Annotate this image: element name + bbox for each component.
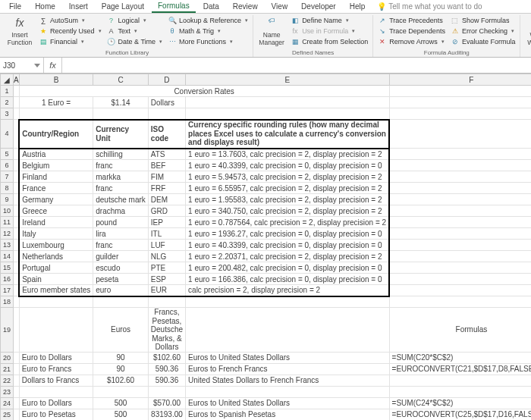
- row-5[interactable]: 5: [1, 149, 14, 160]
- row-9[interactable]: 9: [1, 194, 14, 205]
- row-4[interactable]: 4: [1, 120, 14, 149]
- cell[interactable]: 1 euro = 200.482, calc precision = 0, di…: [186, 262, 390, 274]
- cell[interactable]: Country/Region: [19, 120, 93, 149]
- cell[interactable]: escudo: [93, 262, 149, 274]
- row-19[interactable]: 19: [1, 308, 14, 353]
- cell[interactable]: FIM: [148, 171, 185, 183]
- select-all[interactable]: ◢: [1, 74, 14, 86]
- watch-window-button[interactable]: ▢Watch Window: [523, 15, 531, 49]
- row-12[interactable]: 12: [1, 228, 14, 240]
- cell[interactable]: markka: [93, 171, 149, 183]
- tab-insert[interactable]: Insert: [63, 1, 94, 12]
- trace-precedents-button[interactable]: ↗Trace Precedents: [375, 15, 448, 26]
- row-10[interactable]: 10: [1, 205, 14, 217]
- col-D[interactable]: D: [148, 74, 185, 86]
- cell[interactable]: Currency specific rounding rules (how ma…: [186, 120, 390, 149]
- cell[interactable]: guilder: [93, 251, 149, 262]
- cell[interactable]: Francs, Pesetas, Deutsche Marks, & Dolla…: [148, 308, 185, 353]
- row-18[interactable]: 18: [1, 296, 14, 308]
- show-formulas-button[interactable]: ⬚Show Formulas: [448, 15, 518, 26]
- cell[interactable]: $1.14: [93, 97, 149, 108]
- name-manager-button[interactable]: 🏷Name Manager: [256, 15, 287, 49]
- cell[interactable]: Portugal: [19, 262, 93, 274]
- recently-used-button[interactable]: ★Recently Used: [36, 26, 104, 36]
- cell[interactable]: Currency Unit: [93, 120, 149, 149]
- cell[interactable]: France: [19, 183, 93, 194]
- cell[interactable]: franc: [93, 240, 149, 251]
- cell[interactable]: ISO code: [148, 120, 185, 149]
- cell[interactable]: PTE: [148, 262, 185, 274]
- row-11[interactable]: 11: [1, 217, 14, 228]
- cell[interactable]: Netherlands: [19, 251, 93, 262]
- row-14[interactable]: 14: [1, 251, 14, 262]
- cell[interactable]: ITL: [148, 228, 185, 240]
- remove-arrows-button[interactable]: ✕Remove Arrows: [375, 36, 448, 47]
- name-box[interactable]: J30: [0, 58, 44, 73]
- cell[interactable]: Ireland: [19, 217, 93, 228]
- trace-dependents-button[interactable]: ↘Trace Dependents: [375, 26, 448, 36]
- tab-home[interactable]: Home: [29, 1, 61, 12]
- worksheet-grid[interactable]: ◢ABCDEFG 1Conversion Rates 21 Euro =$1.1…: [0, 74, 531, 420]
- row-13[interactable]: 13: [1, 240, 14, 251]
- cell[interactable]: schilling: [93, 149, 149, 160]
- cell[interactable]: Euros: [93, 308, 149, 353]
- cell[interactable]: NLG: [148, 251, 185, 262]
- cell[interactable]: 1 euro = 0.787564, calc precision = 2, d…: [186, 217, 390, 228]
- col-F[interactable]: F: [389, 74, 531, 86]
- cell[interactable]: Dollars: [148, 97, 185, 108]
- mathtrig-button[interactable]: θMath & Trig: [165, 26, 250, 36]
- cell[interactable]: BEF: [148, 160, 185, 171]
- cell[interactable]: Conversion Rates: [19, 86, 389, 97]
- lookup-button[interactable]: 🔍Lookup & Reference: [165, 15, 250, 26]
- create-from-selection-button[interactable]: ▦Create from Selection: [288, 36, 370, 47]
- cell[interactable]: 1 Euro =: [19, 97, 93, 108]
- row-3[interactable]: 3: [1, 108, 14, 120]
- cell[interactable]: 1 euro = 5.94573, calc precision = 2, di…: [186, 171, 390, 183]
- cell[interactable]: 1 euro = 40.3399, calc precision = 0, di…: [186, 240, 390, 251]
- cell[interactable]: Germany: [19, 194, 93, 205]
- row-8[interactable]: 8: [1, 183, 14, 194]
- datetime-button[interactable]: 🕒Date & Time: [105, 36, 165, 47]
- autosum-button[interactable]: ∑AutoSum: [36, 15, 104, 26]
- cell[interactable]: peseta: [93, 274, 149, 285]
- evaluate-formula-button[interactable]: ⊘Evaluate Formula: [448, 36, 518, 47]
- cell[interactable]: 1 euro = 2.20371, calc precision = 2, di…: [186, 251, 390, 262]
- cell[interactable]: 1 euro = 166.386, calc precision = 0, di…: [186, 274, 390, 285]
- define-name-button[interactable]: ◧Define Name: [288, 15, 370, 26]
- cell[interactable]: ESP: [148, 274, 185, 285]
- cell[interactable]: euro: [93, 285, 149, 296]
- cell[interactable]: Austria: [19, 149, 93, 160]
- cell[interactable]: Italy: [19, 228, 93, 240]
- row-17[interactable]: 17: [1, 285, 14, 296]
- cell[interactable]: calc precision = 2, display precision = …: [186, 285, 390, 296]
- cell[interactable]: Finland: [19, 171, 93, 183]
- row-7[interactable]: 7: [1, 171, 14, 183]
- cell[interactable]: Spain: [19, 274, 93, 285]
- error-checking-button[interactable]: ⚠Error Checking: [448, 26, 518, 36]
- cell[interactable]: ATS: [148, 149, 185, 160]
- cell[interactable]: 1 euro = 1.95583, calc precision = 2, di…: [186, 194, 390, 205]
- col-C[interactable]: C: [93, 74, 149, 86]
- tab-formulas[interactable]: Formulas: [152, 0, 196, 13]
- text-button[interactable]: AText: [105, 26, 165, 36]
- row-6[interactable]: 6: [1, 160, 14, 171]
- cell[interactable]: franc: [93, 183, 149, 194]
- tab-view[interactable]: View: [266, 1, 294, 12]
- cell[interactable]: deutsche mark: [93, 194, 149, 205]
- tab-data[interactable]: Data: [197, 1, 225, 12]
- financial-button[interactable]: ▤Financial: [36, 36, 104, 47]
- cell[interactable]: Belgium: [19, 160, 93, 171]
- formula-input[interactable]: [62, 58, 531, 73]
- cell[interactable]: EUR: [148, 285, 185, 296]
- cell[interactable]: GRD: [148, 205, 185, 217]
- cell[interactable]: 1 euro = 13.7603, calc precision = 2, di…: [186, 149, 390, 160]
- logical-button[interactable]: ?Logical: [105, 15, 165, 26]
- cell[interactable]: 1 euro = 340.750, calc precision = 2, di…: [186, 205, 390, 217]
- cell[interactable]: LUF: [148, 240, 185, 251]
- cell[interactable]: drachma: [93, 205, 149, 217]
- cell[interactable]: 1 euro = 6.55957, calc precision = 2, di…: [186, 183, 390, 194]
- tab-page-layout[interactable]: Page Layout: [96, 1, 150, 12]
- cell[interactable]: pound: [93, 217, 149, 228]
- row-1[interactable]: 1: [1, 86, 14, 97]
- cell[interactable]: FRF: [148, 183, 185, 194]
